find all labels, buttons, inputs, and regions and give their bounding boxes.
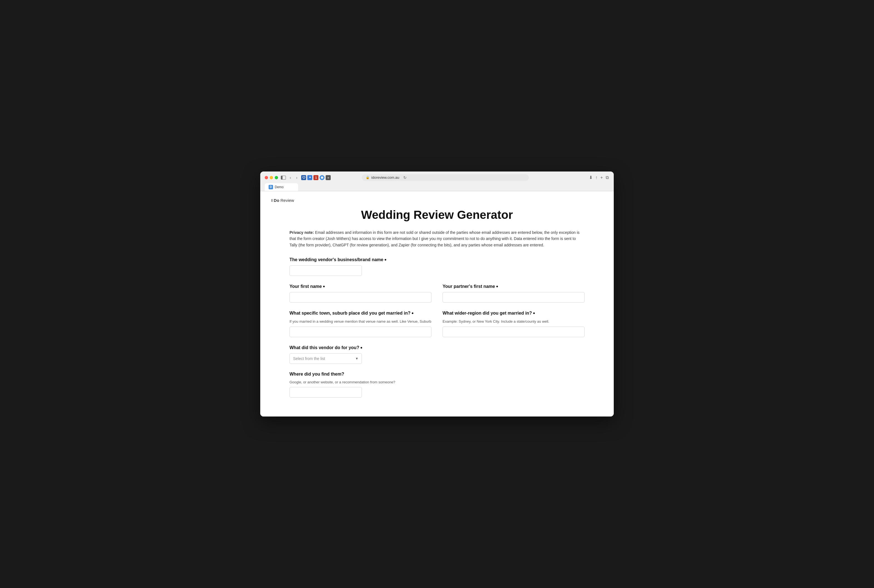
specific-town-hint: If you married in a wedding venue mentio…: [289, 319, 432, 324]
specific-town-input[interactable]: [289, 327, 432, 337]
page-title: Wedding Review Generator: [289, 208, 585, 222]
lock-icon: 🔒: [366, 176, 370, 179]
minimize-button[interactable]: [270, 176, 273, 179]
where-found-input[interactable]: [289, 387, 362, 398]
location-row: What specific town, suburb place did you…: [289, 310, 585, 337]
partner-first-name-field: Your partner's first name •: [442, 284, 585, 303]
wider-region-input[interactable]: [442, 327, 585, 337]
wider-region-required: •: [533, 310, 535, 316]
browser-action-buttons: ⬇ ↑ + ⧉: [588, 174, 609, 181]
vendor-role-required: •: [360, 345, 363, 351]
back-button[interactable]: ‹: [289, 175, 292, 180]
specific-town-required: •: [412, 310, 414, 316]
refresh-button[interactable]: ↻: [403, 176, 407, 180]
active-tab[interactable]: D Demo: [265, 183, 298, 191]
wider-region-hint: Example: Sydney, or New York City. Inclu…: [442, 319, 585, 324]
extension-reader-icon[interactable]: ◉: [319, 175, 325, 180]
tab-label: Demo: [275, 185, 283, 189]
privacy-text: Email addresses and information in this …: [289, 230, 580, 247]
tab-bar: D Demo: [265, 183, 609, 191]
address-bar[interactable]: 🔒 idoreview.com.au ↻: [362, 174, 529, 181]
forward-button[interactable]: ›: [295, 175, 299, 180]
extension-misc-icon[interactable]: ≡: [326, 175, 331, 180]
vendor-name-label: The wedding vendor's business/brand name…: [289, 257, 585, 262]
vendor-role-label: What did this vendor do for you? •: [289, 345, 585, 351]
privacy-note: Privacy note: Email addresses and inform…: [289, 230, 585, 248]
windows-button[interactable]: ⧉: [605, 175, 609, 181]
download-button[interactable]: ⬇: [588, 174, 593, 181]
sidebar-toggle-icon[interactable]: [281, 176, 286, 180]
extension-shield-icon[interactable]: 🛡: [301, 175, 306, 180]
vendor-name-input[interactable]: [289, 266, 362, 276]
share-button[interactable]: ↑: [595, 175, 598, 181]
browser-chrome: ‹ › 🛡 ✦ 1 ◉ ≡ 🔒 idoreview.com.au ↻ ⬇ ↑ +: [260, 171, 614, 191]
your-first-name-label: Your first name •: [289, 284, 432, 289]
your-first-name-required: •: [323, 284, 325, 289]
privacy-label: Privacy note:: [289, 230, 314, 235]
url-display: idoreview.com.au: [371, 176, 399, 180]
wider-region-label: What wider-region did you get married in…: [442, 310, 585, 316]
tab-favicon: D: [268, 185, 273, 189]
partner-first-name-label: Your partner's first name •: [442, 284, 585, 289]
partner-first-name-input[interactable]: [442, 292, 585, 303]
wider-region-field: What wider-region did you get married in…: [442, 310, 585, 337]
extension-star-icon[interactable]: ✦: [307, 175, 312, 180]
where-found-section: Where did you find them? Google, or anot…: [289, 372, 585, 398]
specific-town-label: What specific town, suburb place did you…: [289, 310, 432, 316]
extension-1password-icon[interactable]: 1: [313, 175, 318, 180]
your-first-name-input[interactable]: [289, 292, 432, 303]
close-button[interactable]: [265, 176, 268, 179]
where-found-hint: Google, or another website, or a recomme…: [289, 380, 585, 385]
browser-extensions: 🛡 ✦ 1 ◉ ≡: [301, 175, 331, 180]
vendor-role-section: What did this vendor do for you? • Selec…: [289, 345, 585, 364]
your-first-name-field: Your first name •: [289, 284, 432, 303]
form-container: Wedding Review Generator Privacy note: E…: [289, 208, 585, 398]
maximize-button[interactable]: [275, 176, 278, 179]
new-tab-button[interactable]: +: [600, 175, 603, 181]
vendor-name-required: •: [384, 257, 386, 262]
logo-normal: Review: [279, 198, 294, 202]
specific-town-field: What specific town, suburb place did you…: [289, 310, 432, 337]
vendor-name-section: The wedding vendor's business/brand name…: [289, 257, 585, 276]
site-logo: I Do Review: [271, 198, 603, 202]
where-found-label: Where did you find them?: [289, 372, 585, 376]
name-row: Your first name • Your partner's first n…: [289, 284, 585, 303]
logo-bold: I Do: [271, 198, 279, 202]
vendor-role-select-wrapper: Select from the list Photographer Videog…: [289, 353, 362, 364]
page-content: I Do Review Wedding Review Generator Pri…: [260, 191, 614, 417]
traffic-lights: [265, 176, 278, 179]
browser-window: ‹ › 🛡 ✦ 1 ◉ ≡ 🔒 idoreview.com.au ↻ ⬇ ↑ +: [260, 171, 614, 417]
vendor-role-select[interactable]: Select from the list Photographer Videog…: [289, 353, 362, 364]
partner-first-name-required: •: [496, 284, 498, 289]
